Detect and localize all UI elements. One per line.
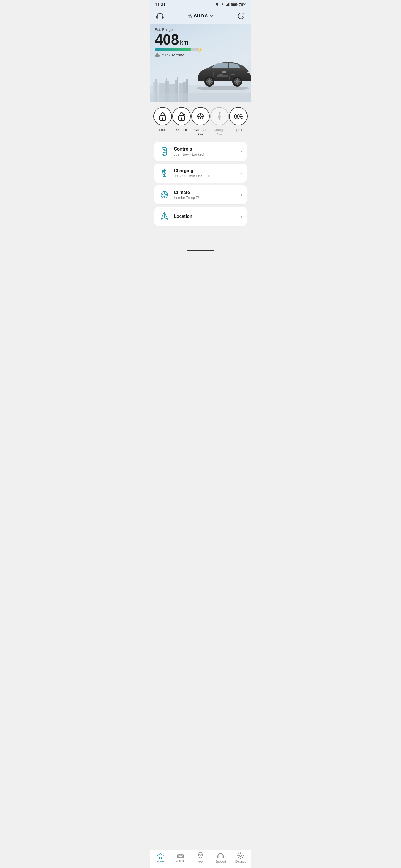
- est-range-label: Est. Range 408 km ⚡ 21° • Toronto: [155, 28, 246, 57]
- svg-point-58: [164, 150, 165, 151]
- svg-rect-8: [162, 17, 164, 18]
- headset-icon: [156, 12, 164, 20]
- charging-title: Charging: [174, 168, 237, 173]
- signal-icon: [226, 3, 230, 6]
- weather-text: 21° • Toronto: [162, 53, 184, 57]
- location-card-content: Location: [174, 214, 237, 219]
- charge-action-icon: [215, 112, 224, 121]
- svg-point-40: [222, 71, 226, 73]
- climate-card-icon-svg: [159, 190, 169, 200]
- lights-action-icon: [234, 112, 243, 121]
- location-status-icon: [216, 3, 219, 7]
- charge-bolt-icon: ⚡: [198, 47, 203, 52]
- actions-section: Lock Unlock ClimateOn: [150, 101, 251, 139]
- battery-icon: [231, 3, 237, 6]
- charging-card-icon: [159, 167, 170, 179]
- climate-card-content: Climate Interior Temp 7°: [174, 190, 237, 200]
- svg-point-48: [181, 118, 182, 119]
- climate-card-title: Climate: [174, 190, 237, 195]
- controls-card-icon: [159, 146, 170, 157]
- svg-rect-2: [228, 3, 229, 6]
- svg-point-62: [164, 194, 165, 195]
- svg-line-56: [240, 118, 242, 119]
- climate-action-icon: [196, 112, 205, 121]
- hero-section: Est. Range 408 km ⚡ 21° • Toronto: [150, 24, 251, 101]
- lock-action-icon: [158, 112, 167, 121]
- home-indicator: [187, 250, 214, 251]
- lock-circle: [153, 107, 172, 125]
- charge-action[interactable]: ChargeOn: [211, 107, 228, 136]
- status-time: 11:31: [155, 2, 165, 7]
- battery-percent: 76%: [239, 2, 246, 7]
- controls-card-content: Controls Just Now • Locked: [174, 147, 237, 156]
- lights-action[interactable]: Lights: [230, 107, 247, 132]
- svg-rect-7: [156, 17, 157, 18]
- status-bar: 11:31 76%: [150, 0, 251, 8]
- lights-circle: [229, 107, 248, 125]
- history-icon: [237, 12, 245, 20]
- svg-rect-42: [219, 74, 223, 74]
- svg-rect-24: [150, 93, 251, 101]
- svg-rect-60: [163, 154, 164, 155]
- controls-card[interactable]: Controls Just Now • Locked ›: [154, 142, 247, 161]
- lock-label: Lock: [159, 128, 166, 132]
- svg-rect-0: [226, 5, 227, 6]
- svg-rect-6: [237, 4, 237, 5]
- svg-rect-41: [217, 75, 228, 78]
- svg-rect-43: [231, 74, 235, 74]
- svg-point-45: [162, 118, 164, 119]
- charging-card[interactable]: Charging 99% • 55 min Until Full ›: [154, 163, 247, 183]
- location-icon: [160, 211, 169, 222]
- climate-card-icon: [159, 189, 170, 200]
- charge-label: ChargeOn: [213, 128, 226, 136]
- location-card[interactable]: Location ›: [154, 207, 247, 226]
- charge-circle: [210, 107, 229, 125]
- status-icons: 76%: [216, 2, 246, 7]
- climate-chevron: ›: [240, 192, 242, 198]
- chevron-down-icon: [210, 15, 213, 17]
- svg-rect-59: [163, 152, 166, 153]
- range-unit: km: [180, 39, 188, 46]
- unlock-label: Unlock: [176, 128, 187, 132]
- svg-rect-3: [229, 3, 230, 6]
- range-number: 408: [155, 32, 179, 47]
- svg-point-10: [189, 17, 190, 18]
- climate-card-subtitle: Interior Temp 7°: [174, 195, 237, 200]
- charging-subtitle: 99% • 55 min Until Full: [174, 174, 237, 178]
- cards-section: Controls Just Now • Locked › Charging 99…: [150, 139, 251, 248]
- svg-point-25: [196, 86, 249, 90]
- vehicle-selector[interactable]: ARIYA: [188, 13, 213, 19]
- climate-action[interactable]: ClimateOn: [192, 107, 209, 136]
- climate-card[interactable]: Climate Interior Temp 7° ›: [154, 185, 247, 204]
- svg-rect-1: [227, 4, 228, 6]
- location-chevron: ›: [240, 214, 242, 219]
- location-card-icon: [159, 211, 170, 222]
- charging-card-content: Charging 99% • 55 min Until Full: [174, 168, 237, 178]
- svg-rect-5: [232, 4, 236, 6]
- svg-point-51: [200, 116, 201, 117]
- controls-subtitle: Just Now • Locked: [174, 152, 237, 156]
- svg-line-54: [240, 114, 242, 115]
- history-button[interactable]: [236, 11, 246, 21]
- header: ARIYA: [150, 8, 251, 24]
- unlock-action[interactable]: Unlock: [173, 107, 190, 132]
- controls-title: Controls: [174, 147, 237, 152]
- remote-icon: [159, 146, 169, 156]
- lock-action[interactable]: Lock: [154, 107, 171, 132]
- range-bar: ⚡: [155, 49, 199, 51]
- support-icon-button[interactable]: [155, 11, 165, 21]
- controls-chevron: ›: [240, 149, 242, 154]
- charging-chevron: ›: [240, 170, 242, 176]
- location-title: Location: [174, 214, 237, 219]
- car-image: [192, 57, 251, 90]
- weather-info: 21° • Toronto: [155, 53, 246, 57]
- vehicle-name: ARIYA: [194, 13, 208, 19]
- wifi-icon: [220, 3, 225, 6]
- unlock-action-icon: [177, 112, 186, 121]
- cloud-icon: [155, 53, 161, 57]
- lock-header-icon: [188, 13, 192, 18]
- charging-icon: [159, 167, 169, 179]
- svg-point-53: [236, 115, 238, 118]
- unlock-circle: [172, 107, 191, 125]
- lights-label: Lights: [234, 128, 244, 132]
